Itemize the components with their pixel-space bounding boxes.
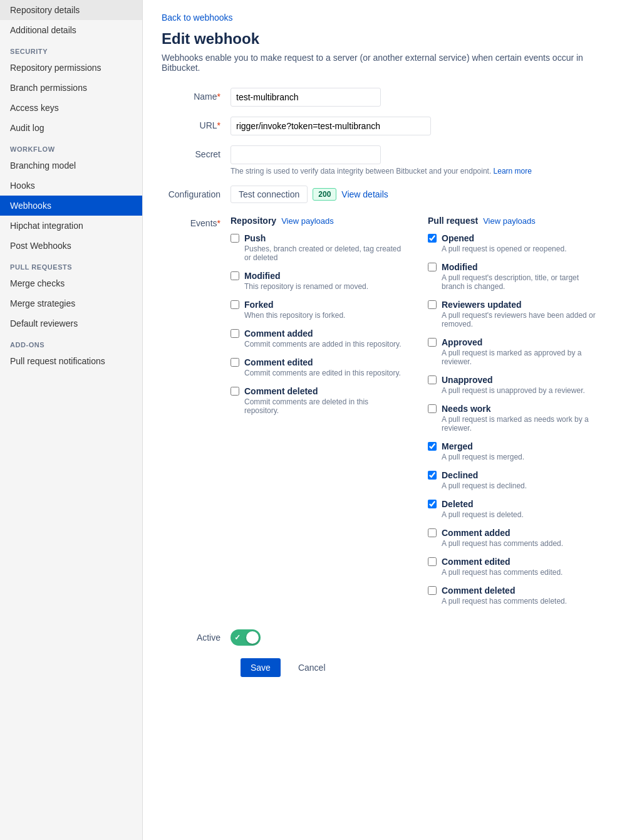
repo-event-checkbox-0[interactable] [231,234,239,243]
pr-event-name-11: Comment deleted [442,585,515,596]
url-input[interactable] [231,117,431,135]
list-item: MergedA pull request is merged. [428,441,600,461]
repo-view-payloads-link[interactable]: View payloads [281,216,334,226]
main-content: Back to webhooks Edit webhook Webhooks e… [143,0,619,840]
pr-event-desc-7: A pull request is declined. [428,481,600,490]
pr-event-checkbox-2[interactable] [428,300,437,309]
repo-event-name-3: Comment added [244,328,313,339]
test-connection-button[interactable]: Test connection [231,186,308,203]
pr-event-desc-6: A pull request is merged. [428,453,600,461]
sidebar-section-workflow: Workflow [0,138,142,155]
pr-event-name-2: Reviewers updated [442,300,522,310]
list-item: ApprovedA pull request is marked as appr… [428,337,600,366]
url-label: URL* [162,117,231,130]
form-actions: Save Cancel [162,658,600,677]
active-row: Active ✓ [162,629,600,646]
pr-event-checkbox-5[interactable] [428,404,437,413]
back-to-webhooks-link[interactable]: Back to webhooks [162,13,233,23]
pr-event-checkbox-4[interactable] [428,375,437,384]
repository-column-header: Repository View payloads [231,216,403,226]
name-row: Name* [162,88,600,107]
save-button[interactable]: Save [241,658,281,677]
sidebar-section-security: Security [0,40,142,58]
pr-event-name-9: Comment added [442,528,511,538]
repo-event-checkbox-3[interactable] [231,329,239,338]
sidebar-item-branching-model[interactable]: Branching model [0,155,142,176]
config-label: Configuration [162,189,231,199]
pr-event-checkbox-3[interactable] [428,338,437,347]
pr-view-payloads-link[interactable]: View payloads [483,216,536,226]
name-label: Name* [162,88,231,102]
list-item: DeclinedA pull request is declined. [428,470,600,490]
sidebar-item-additional-details[interactable]: Additional details [0,20,142,40]
repository-events-column: Repository View payloads PushPushes, bra… [231,216,403,614]
secret-learn-more-link[interactable]: Learn more [494,167,532,176]
secret-label: Secret [162,145,231,159]
pr-event-desc-3: A pull request is marked as approved by … [428,349,600,366]
pr-event-checkbox-11[interactable] [428,586,437,595]
repo-event-desc-3: Commit comments are added in this reposi… [231,340,403,349]
pr-event-name-5: Needs work [442,404,491,414]
repo-event-desc-2: When this repository is forked. [231,311,403,320]
secret-help-text: The string is used to verify data integr… [231,167,600,176]
pr-event-checkbox-6[interactable] [428,442,437,451]
sidebar-item-repo-details[interactable]: Repository details [0,0,142,20]
repo-event-checkbox-4[interactable] [231,358,239,367]
sidebar-item-audit-log[interactable]: Audit log [0,118,142,138]
pr-event-name-1: Modified [442,262,478,272]
events-label: Events* [162,216,231,228]
secret-input[interactable] [231,145,381,164]
list-item: OpenedA pull request is opened or reopen… [428,233,600,253]
list-item: Reviewers updatedA pull request's review… [428,300,600,328]
list-item: Needs workA pull request is marked as ne… [428,404,600,433]
sidebar-item-hipchat[interactable]: Hipchat integration [0,216,142,236]
sidebar-item-webhooks[interactable]: Webhooks [0,196,142,216]
pr-column-header: Pull request View payloads [428,216,600,226]
sidebar-item-pr-notifications[interactable]: Pull request notifications [0,351,142,371]
repo-event-checkbox-1[interactable] [231,271,239,280]
pr-event-desc-2: A pull request's reviewers have been add… [428,311,600,328]
pr-event-checkbox-1[interactable] [428,263,437,271]
sidebar-section-pull-requests: Pull Requests [0,256,142,273]
sidebar: Repository detailsAdditional details Sec… [0,0,143,840]
pr-event-checkbox-8[interactable] [428,500,437,508]
pr-event-desc-5: A pull request is marked as needs work b… [428,415,600,433]
sidebar-item-post-webhooks[interactable]: Post Webhooks [0,236,142,256]
pr-event-desc-9: A pull request has comments added. [428,539,600,548]
sidebar-item-branch-permissions[interactable]: Branch permissions [0,78,142,98]
list-item: PushPushes, branch created or deleted, t… [231,233,403,262]
list-item: ModifiedThis repository is renamed or mo… [231,271,403,291]
repo-events-list: PushPushes, branch created or deleted, t… [231,233,403,415]
sidebar-item-access-keys[interactable]: Access keys [0,98,142,118]
active-label: Active [162,633,231,643]
pr-event-desc-11: A pull request has comments deleted. [428,597,600,606]
sidebar-item-hooks[interactable]: Hooks [0,176,142,196]
active-toggle[interactable]: ✓ [231,629,261,646]
list-item: Comment addedA pull request has comments… [428,528,600,548]
view-details-link[interactable]: View details [341,189,388,199]
pr-event-checkbox-9[interactable] [428,528,437,537]
list-item: Comment editedCommit comments are edited… [231,357,403,377]
pr-event-name-8: Deleted [442,499,474,509]
sidebar-item-merge-checks[interactable]: Merge checks [0,273,142,293]
repo-event-name-2: Forked [244,300,274,310]
name-input[interactable] [231,88,381,107]
sidebar-item-merge-strategies[interactable]: Merge strategies [0,293,142,313]
list-item: DeletedA pull request is deleted. [428,499,600,519]
cancel-button[interactable]: Cancel [288,658,336,677]
pr-event-name-10: Comment edited [442,557,511,567]
pr-event-desc-8: A pull request is deleted. [428,510,600,519]
repo-event-checkbox-5[interactable] [231,387,239,396]
pull-request-events-column: Pull request View payloads OpenedA pull … [428,216,600,614]
sidebar-item-repo-permissions[interactable]: Repository permissions [0,58,142,78]
pr-event-checkbox-0[interactable] [428,234,437,243]
repo-event-checkbox-2[interactable] [231,300,239,309]
events-columns: Repository View payloads PushPushes, bra… [231,216,600,614]
status-badge: 200 [313,188,336,201]
pr-events-list: OpenedA pull request is opened or reopen… [428,233,600,606]
sidebar-item-default-reviewers[interactable]: Default reviewers [0,313,142,333]
list-item: ForkedWhen this repository is forked. [231,300,403,320]
pr-event-checkbox-7[interactable] [428,471,437,480]
repo-event-name-4: Comment edited [244,357,313,367]
pr-event-checkbox-10[interactable] [428,557,437,566]
